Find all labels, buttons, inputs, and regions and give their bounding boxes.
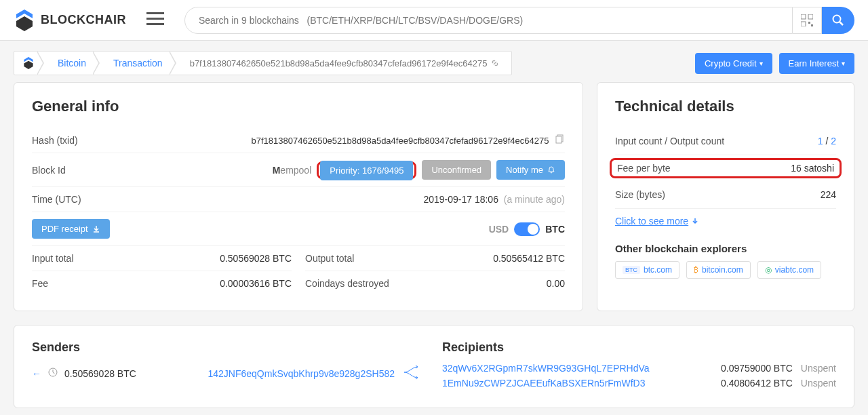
link-icon[interactable] (491, 59, 499, 67)
svg-rect-0 (146, 12, 164, 14)
technical-title: Technical details (615, 98, 836, 115)
search-wrap (184, 7, 854, 34)
recipient-2-status: Unspent (801, 378, 836, 389)
breadcrumb: Bitcoin Transaction b7f1813807462650e521… (14, 51, 512, 75)
svg-point-8 (833, 15, 841, 22)
pdf-currency-row: PDF receipt USD BTC (32, 212, 565, 246)
input-total-row: Input total 0.50569028 BTC (32, 246, 292, 271)
output-total-row: Output total 0.50565412 BTC (305, 246, 565, 271)
recipient-row-1: 32qWv6X2RGpmR7skWR9G93GHqL7EPRHdVa 0.097… (442, 363, 836, 374)
recipient-1-status: Unspent (801, 363, 836, 374)
usd-label: USD (489, 224, 509, 235)
recipient-2-address[interactable]: 1EmNu9zCWPZJCAEEufKaBSXERn5rFmWfD3 (442, 378, 646, 389)
svg-rect-6 (808, 22, 810, 24)
senders-column: Senders ← 0.50569028 BTC 142JNF6eqQmkSvq… (32, 340, 426, 393)
sender-address[interactable]: 142JNF6eqQmkSvqbKhrp9v8e928g2SH582 (208, 368, 395, 379)
other-explorers-title: Other blockchain explorers (615, 243, 836, 254)
output-total-value: 0.50565412 BTC (493, 253, 565, 264)
logo-icon (14, 8, 35, 33)
size-value: 224 (821, 189, 836, 200)
logo[interactable]: BLOCKCHAIR (14, 8, 126, 33)
explorer-btc-com[interactable]: BTCbtc.com (615, 261, 679, 279)
search-input[interactable] (184, 7, 793, 34)
io-count-label: Input count / Output count (615, 136, 724, 146)
coindays-row: Coindays destroyed 0.00 (305, 271, 565, 296)
hash-label: Hash (txid) (32, 135, 78, 146)
brand-text: BLOCKCHAIR (41, 13, 126, 27)
svg-rect-7 (811, 24, 813, 26)
download-icon (92, 225, 100, 233)
crypto-credit-button[interactable]: Crypto Credit (695, 53, 772, 74)
bell-icon (547, 166, 555, 174)
recipient-1-amount: 0.09759000 BTC (721, 363, 793, 374)
recipient-1-address[interactable]: 32qWv6X2RGpmR7skWR9G93GHqL7EPRHdVa (442, 363, 650, 374)
input-total-value: 0.50569028 BTC (220, 253, 292, 264)
breadcrumb-hash: b7f1813807462650e521b8d98a5da4fee9cfb803… (175, 51, 512, 75)
btc-label: BTC (545, 224, 565, 235)
arrow-down-icon (691, 217, 699, 225)
general-info-title: General info (32, 98, 565, 115)
pdf-receipt-button[interactable]: PDF receipt (32, 219, 110, 239)
explorer-buttons: BTCbtc.com ₿bitcoin.com ◎viabtc.com (615, 261, 836, 279)
fee-row: Fee 0.00003616 BTC (32, 271, 292, 296)
top-header: BLOCKCHAIR (0, 0, 868, 41)
qr-button[interactable] (793, 7, 822, 34)
general-info-card: General info Hash (txid) b7f181380746265… (14, 82, 583, 311)
fee-value: 0.00003616 BTC (220, 278, 292, 289)
sender-amount: 0.50569028 BTC (64, 368, 136, 379)
menu-button[interactable] (146, 12, 164, 28)
recipient-row-2: 1EmNu9zCWPZJCAEEufKaBSXERn5rFmWfD3 0.408… (442, 378, 836, 389)
svg-rect-2 (146, 23, 164, 25)
explorer-viabtc-com[interactable]: ◎viabtc.com (757, 261, 821, 279)
qr-icon (801, 14, 813, 26)
priority-highlight: Priority: 1676/9495 (317, 161, 416, 179)
io-count-value: 1 / 2 (818, 136, 836, 146)
fee-label: Fee (32, 278, 48, 289)
time-value: 2019-09-17 18:06 (a minute ago) (423, 194, 565, 205)
copy-icon[interactable] (555, 136, 565, 146)
menu-icon (146, 12, 164, 26)
coindays-label: Coindays destroyed (305, 278, 389, 289)
size-row: Size (bytes) 224 (615, 181, 836, 209)
breadcrumb-bar: Bitcoin Transaction b7f1813807462650e521… (0, 41, 868, 82)
output-count-link[interactable]: 2 (831, 136, 836, 146)
breadcrumb-chain[interactable]: Bitcoin (43, 51, 98, 75)
unconfirmed-badge: Unconfirmed (422, 160, 491, 180)
flow-arrow-icon (403, 363, 423, 384)
earn-interest-button[interactable]: Earn Interest (779, 53, 854, 74)
fee-per-byte-row: Fee per byte 16 satoshi (610, 158, 842, 178)
senders-recipients-card: Senders ← 0.50569028 BTC 142JNF6eqQmkSvq… (14, 325, 854, 408)
hash-value: b7f1813807462650e521b8d98a5da4fee9cfb803… (252, 134, 565, 146)
size-label: Size (bytes) (615, 189, 665, 200)
svg-line-9 (840, 22, 843, 25)
block-row: Block Id Mempool Priority: 1676/9495 Unc… (32, 153, 565, 187)
svg-rect-5 (801, 22, 806, 26)
fee-per-byte-value: 16 satoshi (791, 163, 834, 174)
currency-toggle[interactable] (514, 222, 540, 236)
previous-tx-link[interactable]: ← (32, 368, 41, 379)
time-row: Time (UTC) 2019-09-17 18:06 (a minute ag… (32, 187, 565, 212)
recipients-column: Recipients 32qWv6X2RGpmR7skWR9G93GHqL7EP… (442, 340, 836, 393)
time-label: Time (UTC) (32, 194, 81, 205)
svg-rect-1 (146, 18, 164, 20)
clock-icon (48, 368, 58, 379)
input-count-link[interactable]: 1 (818, 136, 823, 146)
breadcrumb-page[interactable]: Transaction (98, 51, 175, 75)
explorer-bitcoin-com[interactable]: ₿bitcoin.com (686, 261, 751, 279)
svg-rect-11 (556, 136, 561, 143)
output-total-label: Output total (305, 253, 354, 264)
svg-rect-4 (808, 14, 813, 19)
input-total-label: Input total (32, 253, 74, 264)
top-buttons: Crypto Credit Earn Interest (695, 53, 854, 74)
recipient-2-amount: 0.40806412 BTC (721, 378, 793, 389)
recipients-title: Recipients (442, 340, 836, 355)
block-label: Block Id (32, 165, 66, 176)
search-button[interactable] (822, 7, 854, 34)
sender-row: ← 0.50569028 BTC 142JNF6eqQmkSvqbKhrp9v8… (32, 363, 426, 384)
notify-button[interactable]: Notify me (496, 160, 565, 180)
technical-details-card: Technical details Input count / Output c… (597, 82, 854, 311)
io-count-row: Input count / Output count 1 / 2 (615, 127, 836, 155)
see-more-link[interactable]: Click to see more (615, 209, 699, 233)
search-icon (832, 14, 844, 26)
currency-toggle-wrap: USD BTC (489, 222, 565, 236)
